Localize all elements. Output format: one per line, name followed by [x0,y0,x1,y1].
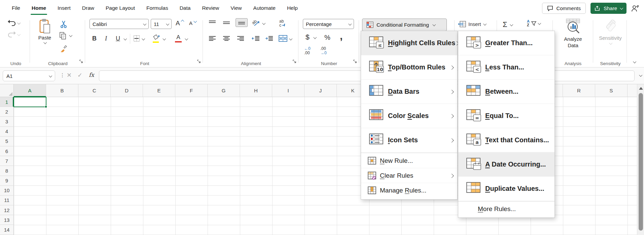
align-top-button[interactable] [209,20,216,26]
copy-dropdown-icon[interactable] [69,34,72,37]
menu-tab-formulas[interactable]: Formulas [141,0,174,16]
formula-bar-expand-icon[interactable] [639,74,642,77]
column-header-D[interactable]: D [111,84,143,97]
column-header-G[interactable]: G [208,84,240,97]
share-button[interactable]: Share [591,3,627,14]
percent-style-button[interactable]: % [324,34,330,41]
selected-cell-a1[interactable] [13,97,46,107]
insert-cells-button[interactable]: Insert [458,21,486,27]
redo-button[interactable] [7,31,20,38]
column-header-E[interactable]: E [143,84,175,97]
scroll-up-icon[interactable] [639,87,643,90]
menu-item-equal-to[interactable]: =Equal To... [458,104,554,128]
sort-filter-button[interactable]: AZ [527,20,540,27]
align-center-button[interactable] [223,36,230,41]
accounting-dropdown-icon[interactable] [313,36,317,39]
ribbon-collapse-icon[interactable] [633,60,636,63]
menu-item-top-bottom-rules[interactable]: 10Top/Bottom Rules [361,55,457,80]
menu-item-highlight-cells-rules[interactable]: ≤Highlight Cells Rules [361,31,457,55]
font-dialog-launcher-icon[interactable] [197,59,201,65]
row-header-9[interactable]: 9 [0,176,14,186]
menu-tab-automate[interactable]: Automate [248,0,281,16]
menu-item-between[interactable]: Between... [458,80,554,104]
accounting-format-button[interactable]: $ [306,33,310,41]
borders-button[interactable] [133,35,140,42]
borders-dropdown-icon[interactable] [142,37,145,40]
row-header-1[interactable]: 1 [0,97,14,107]
vertical-scrollbar[interactable] [637,84,644,235]
align-middle-button[interactable] [223,20,230,26]
increase-decimal-button[interactable]: ←0.00 [304,47,311,55]
formula-bar-grip[interactable]: ⋮ [60,72,65,78]
column-header-J[interactable]: J [305,84,337,97]
menu-item-less-than[interactable]: <Less Than... [458,55,554,80]
comments-button[interactable]: Comments [542,3,586,14]
row-header-5[interactable]: 5 [0,137,14,146]
menu-item-greater-than[interactable]: >Greater Than... [458,31,554,55]
number-format-combo[interactable]: Percentage [303,19,354,29]
conditional-formatting-button[interactable]: Conditional Formatting [362,19,447,31]
column-header-R[interactable]: R [563,84,595,97]
undo-button[interactable] [7,20,20,26]
underline-button[interactable]: U [116,35,120,42]
row-header-13[interactable]: 13 [0,215,14,225]
name-box[interactable]: A1 [3,70,55,81]
row-header-4[interactable]: 4 [0,127,14,137]
scrollbar-thumb[interactable] [639,93,643,231]
column-header-I[interactable]: I [272,84,305,97]
menu-item-new-rule[interactable]: New Rule... [361,153,457,168]
align-left-button[interactable] [209,36,216,41]
decrease-indent-button[interactable] [252,36,260,41]
fill-handle[interactable] [45,106,47,108]
format-painter-button[interactable] [59,45,67,53]
undo-dropdown-icon[interactable] [17,21,21,24]
font-color-dropdown-icon[interactable] [185,37,188,40]
menu-tab-insert[interactable]: Insert [52,0,76,16]
row-header-10[interactable]: 10 [0,186,14,196]
analyze-data-button[interactable]: Analyze Data [553,18,593,49]
autosum-button[interactable]: Σ [503,20,512,29]
merge-center-dropdown-icon[interactable] [289,37,292,40]
insert-function-button[interactable]: fx [89,71,94,78]
column-header-H[interactable]: H [240,84,272,97]
font-name-combo[interactable]: Calibri [90,19,149,29]
column-header-B[interactable]: B [46,84,78,97]
cut-button[interactable] [60,20,67,28]
increase-indent-button[interactable] [265,36,273,41]
select-all-corner[interactable] [0,84,14,97]
row-header-3[interactable]: 3 [0,117,14,126]
row-header-6[interactable]: 6 [0,146,14,156]
column-header-partial[interactable] [628,84,637,97]
merge-center-button[interactable] [279,35,287,42]
name-box-dropdown-icon[interactable] [49,74,52,77]
italic-button[interactable]: I [105,35,107,42]
grow-font-button[interactable]: A [176,20,184,27]
menu-item-duplicate-values[interactable]: Duplicate Values... [458,177,554,201]
clipboard-dialog-launcher-icon[interactable] [79,59,83,65]
comma-style-button[interactable]: , [340,30,343,42]
user-presence-icon[interactable] [631,5,639,12]
orientation-button[interactable]: ab [252,19,260,28]
column-header-C[interactable]: C [78,84,111,97]
sensitivity-button[interactable]: Sensitivity [594,18,627,45]
row-header-12[interactable]: 12 [0,205,14,215]
fill-color-button[interactable] [153,34,160,43]
menu-tab-data[interactable]: Data [174,0,196,16]
decrease-decimal-button[interactable]: .00→0 [320,47,327,55]
menu-item-data-bars[interactable]: Data Bars [361,80,457,104]
align-right-button[interactable] [237,36,244,41]
paste-dropdown-icon[interactable] [43,41,47,44]
menu-tab-view[interactable]: View [225,0,247,16]
menu-tab-draw[interactable]: Draw [76,0,100,16]
row-header-14[interactable]: 14 [0,225,14,235]
column-header-F[interactable]: F [175,84,208,97]
menu-item-manage-rules[interactable]: Manage Rules... [361,183,457,198]
menu-item-more-rules[interactable]: More Rules... [458,202,554,216]
share-dropdown-icon[interactable] [620,6,623,10]
redo-dropdown-icon[interactable] [17,32,21,36]
menu-item-text-that-contains[interactable]: aText that Contains... [458,128,554,152]
row-header-8[interactable]: 8 [0,166,14,176]
row-header-7[interactable]: 7 [0,156,14,166]
fill-color-dropdown-icon[interactable] [163,37,166,40]
paste-button[interactable]: Paste [35,18,55,55]
